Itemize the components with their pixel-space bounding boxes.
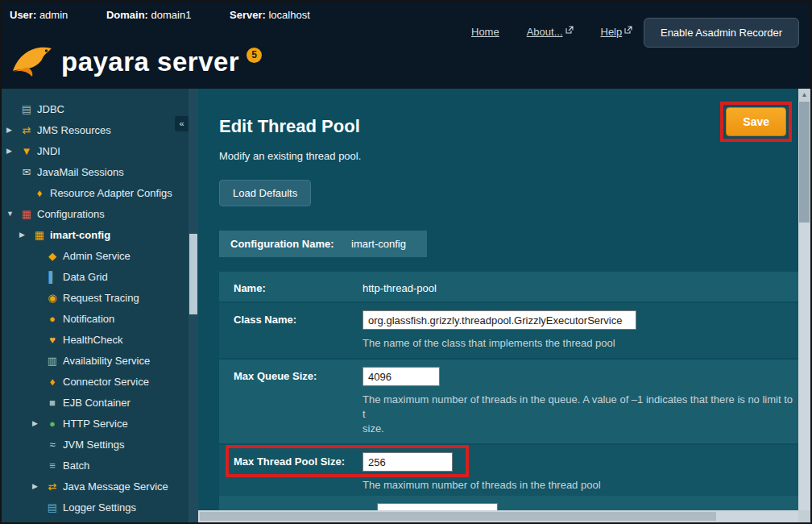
sidebar-item-notification[interactable]: ●Notification (2, 308, 188, 329)
data-grid-icon: ▌ (44, 271, 60, 283)
server-rack-icon: ▥ (44, 355, 60, 367)
sidebar-item-imart-config[interactable]: ▶▦imart-config (2, 224, 188, 245)
expand-arrow[interactable]: ▶ (32, 419, 44, 427)
log-icon: ▤ (44, 501, 60, 514)
vertical-scrollbar-thumb[interactable] (799, 102, 810, 222)
sidebar-item-jms-resources[interactable]: ▶⇄JMS Resources (2, 119, 188, 140)
sidebar-item-ejb-container[interactable]: ■EJB Container (2, 392, 188, 413)
scroll-up-button[interactable]: ▲ (798, 89, 810, 101)
field-row-partial (219, 496, 798, 510)
user-value: admin (39, 9, 68, 21)
sidebar-item-admin-service[interactable]: ◆Admin Service (2, 245, 188, 266)
field-row-max-thread-pool-size: Max Thread Pool Size: The maximum number… (219, 445, 798, 500)
main-area: Edit Thread Pool Modify an existing thre… (198, 89, 810, 522)
page-title: Edit Thread Pool (219, 116, 798, 137)
configuration-name-value: imart-config (351, 238, 406, 250)
server-label: Server: (230, 9, 266, 21)
sidebar-item-batch[interactable]: ≡Batch (2, 455, 188, 476)
session-info: User: admin Domain: domain1 Server: loca… (10, 9, 346, 21)
save-annotation-box: Save (720, 102, 792, 142)
sidebar-item-jvm-settings[interactable]: ≈JVM Settings (2, 434, 188, 455)
help-link[interactable]: Help (601, 26, 633, 38)
field-row-name: Name: http-thread-pool (219, 272, 798, 302)
sidebar-item-availability-service[interactable]: ▥Availability Service (2, 350, 188, 371)
save-button[interactable]: Save (726, 107, 786, 136)
bell-icon: ● (44, 313, 60, 325)
max-queue-size-help: The maximum number of threads in the que… (362, 393, 798, 436)
sidebar-item-healthcheck[interactable]: ♥HealthCheck (2, 329, 188, 350)
class-name-input[interactable] (362, 310, 636, 330)
expand-arrow[interactable]: ▶ (19, 231, 31, 239)
admin-service-icon: ◆ (44, 250, 60, 262)
collapse-sidebar-button[interactable]: « (175, 116, 188, 131)
user-label: User: (10, 9, 36, 21)
expand-arrow[interactable]: ▶ (6, 126, 19, 134)
payara-logo: payara server 5 (11, 42, 262, 82)
page-subtitle: Modify an existing thread pool. (219, 150, 798, 162)
box-icon: ■ (44, 397, 60, 409)
sidebar-item-java-message-service[interactable]: ▶⇄Java Message Service (2, 476, 188, 497)
enable-asadmin-recorder-button[interactable]: Enable Asadmin Recorder (644, 18, 799, 48)
funnel-icon: ▼ (19, 145, 35, 157)
class-name-help: The name of the class that implements th… (362, 336, 798, 351)
sidebar-item-request-tracing[interactable]: ◉Request Tracing (2, 287, 188, 308)
class-name-label: Class Name: (234, 310, 362, 351)
configuration-name-bar: Configuration Name: imart-config (219, 231, 427, 257)
name-value: http-thread-pool (362, 279, 798, 294)
max-thread-pool-size-help: The maximum number of threads in the thr… (362, 478, 798, 493)
transfer-arrows-icon: ⇄ (44, 480, 60, 493)
partial-input[interactable] (377, 503, 498, 510)
max-thread-pool-size-label: Max Thread Pool Size: (234, 452, 362, 493)
sidebar-item-resource-adapter-configs[interactable]: ♦Resource Adapter Configs (2, 182, 188, 203)
adapter-icon: ♦ (31, 187, 48, 199)
server-value: localhost (268, 9, 309, 21)
edit-thread-pool-page: Edit Thread Pool Modify an existing thre… (198, 89, 798, 510)
home-link[interactable]: Home (471, 26, 499, 38)
collapse-arrow[interactable]: ▼ (6, 210, 19, 218)
sidebar-item-connector-service[interactable]: ♦Connector Service (2, 371, 188, 392)
sidebar-item-javamail-sessions[interactable]: ✉JavaMail Sessions (2, 161, 188, 182)
configurations-grid-icon: ▦ (19, 208, 35, 220)
domain-value: domain1 (151, 9, 192, 21)
navigation-tree: ▤JDBC ▶⇄JMS Resources ▶▼JNDI ✉JavaMail S… (2, 89, 188, 522)
transfer-arrows-icon: ⇄ (19, 124, 35, 136)
header-nav: Home About... Help (471, 26, 632, 38)
expand-arrow[interactable]: ▶ (32, 482, 44, 490)
plug-icon: ♦ (44, 376, 60, 388)
sidebar-item-jndi[interactable]: ▶▼JNDI (2, 140, 188, 161)
max-queue-size-label: Max Queue Size: (234, 367, 362, 436)
mail-icon: ✉ (19, 166, 35, 178)
horizontal-scrollbar[interactable] (198, 510, 798, 522)
database-icon: ▤ (19, 103, 35, 115)
brand-wordmark: payara server (61, 47, 239, 77)
sidebar-scrollbar[interactable] (188, 89, 198, 522)
sidebar-item-configurations[interactable]: ▼▦Configurations (2, 203, 188, 224)
steam-icon: ≈ (44, 439, 60, 451)
load-defaults-button[interactable]: Load Defaults (219, 180, 311, 206)
max-thread-pool-size-input[interactable] (362, 452, 453, 472)
vertical-scrollbar[interactable]: ▲ (798, 89, 810, 510)
sidebar-item-data-grid[interactable]: ▌Data Grid (2, 266, 188, 287)
heart-icon: ♥ (44, 334, 60, 346)
sidebar-item-jdbc[interactable]: ▤JDBC (2, 98, 188, 119)
horizontal-scrollbar-thumb[interactable] (200, 512, 716, 521)
sidebar-item-logger-settings[interactable]: ▤Logger Settings (2, 497, 188, 518)
user-info: User: admin (10, 9, 68, 21)
version-badge: 5 (246, 48, 262, 63)
field-row-class-name: Class Name: The name of the class that i… (219, 303, 798, 358)
config-grid-icon: ▦ (31, 229, 48, 241)
scrollbar-corner (798, 510, 810, 522)
expand-arrow[interactable]: ▶ (6, 147, 19, 155)
external-link-icon (566, 24, 574, 36)
external-link-icon (624, 24, 632, 36)
payara-fish-icon (11, 42, 53, 82)
app-window: User: admin Domain: domain1 Server: loca… (0, 0, 812, 524)
max-queue-size-input[interactable] (362, 367, 440, 386)
body: ▤JDBC ▶⇄JMS Resources ▶▼JNDI ✉JavaMail S… (2, 89, 810, 522)
header: User: admin Domain: domain1 Server: loca… (2, 2, 810, 89)
about-link[interactable]: About... (527, 26, 574, 38)
globe-icon: ● (44, 418, 60, 430)
name-label: Name: (234, 279, 362, 294)
sidebar-item-http-service[interactable]: ▶●HTTP Service (2, 413, 188, 434)
sidebar-scrollbar-thumb[interactable] (189, 234, 197, 314)
